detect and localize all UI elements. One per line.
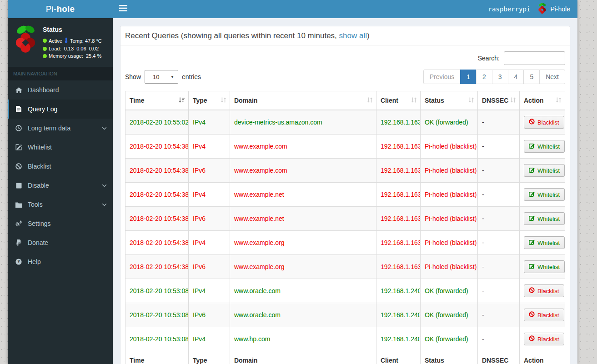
column-header-dnssec[interactable]: DNSSEC xyxy=(478,91,520,110)
cell-domain[interactable]: www.example.org xyxy=(230,255,376,279)
page-button-next[interactable]: Next xyxy=(539,70,565,84)
cell-type[interactable]: IPv6 xyxy=(189,159,230,183)
column-header-type[interactable]: Type xyxy=(189,91,230,110)
cell-action: Blacklist xyxy=(520,303,565,327)
cell-type[interactable]: IPv4 xyxy=(189,183,230,207)
page-button-5[interactable]: 5 xyxy=(523,70,540,84)
edit-icon xyxy=(529,215,535,222)
sidebar-item-blacklist[interactable]: Blacklist xyxy=(8,157,113,176)
cell-client[interactable]: 192.168.1.240 xyxy=(376,279,421,303)
chevron-down-icon xyxy=(102,203,107,206)
page-button-previous: Previous xyxy=(423,70,461,84)
stop-icon xyxy=(15,183,23,189)
blacklist-button[interactable]: Blacklist xyxy=(524,284,564,297)
sidebar-item-tools[interactable]: Tools xyxy=(8,195,113,214)
sort-desc-icon xyxy=(178,97,185,104)
sidebar-toggle-button[interactable] xyxy=(113,0,134,18)
cell-domain[interactable]: www.oracle.com xyxy=(230,279,376,303)
cell-type[interactable]: IPv4 xyxy=(189,327,230,351)
cell-type[interactable]: IPv6 xyxy=(189,207,230,231)
action-button-label: Whitelist xyxy=(537,264,560,270)
column-header-action[interactable]: Action xyxy=(520,91,565,110)
cell-domain[interactable]: www.oracle.com xyxy=(230,303,376,327)
column-header-time[interactable]: Time xyxy=(125,91,189,110)
search-input[interactable] xyxy=(504,51,565,65)
sidebar-item-settings[interactable]: Settings xyxy=(8,214,113,233)
cell-type[interactable]: IPv4 xyxy=(189,231,230,255)
ban-icon xyxy=(529,311,535,319)
page-button-3[interactable]: 3 xyxy=(492,70,508,84)
table-row: 2018-02-20 10:54:38IPv4www.example.org19… xyxy=(125,231,565,255)
pagination-top: Previous12345Next xyxy=(423,70,565,84)
page-button-4[interactable]: 4 xyxy=(508,70,524,84)
action-button-label: Whitelist xyxy=(537,167,560,174)
sidebar-item-donate[interactable]: Donate xyxy=(8,233,113,252)
column-footer-action: Action xyxy=(520,351,565,364)
cell-domain[interactable]: www.example.com xyxy=(230,159,376,183)
column-header-domain[interactable]: Domain xyxy=(230,91,376,110)
cell-time: 2018-02-20 10:53:08 xyxy=(125,327,189,351)
column-footer-time: Time xyxy=(125,351,189,364)
cell-domain[interactable]: www.example.net xyxy=(230,183,376,207)
sidebar-item-help[interactable]: ?Help xyxy=(8,252,113,271)
entries-selected-value: 10 xyxy=(153,74,159,80)
whitelist-button[interactable]: Whitelist xyxy=(524,260,565,273)
sidebar-logo[interactable]: Pi-hole xyxy=(8,0,113,18)
blacklist-button[interactable]: Blacklist xyxy=(524,333,564,345)
blacklist-button[interactable]: Blacklist xyxy=(524,309,564,321)
cell-type[interactable]: IPv6 xyxy=(189,303,230,327)
cell-type[interactable]: IPv4 xyxy=(189,110,230,135)
cell-client[interactable]: 192.168.1.163 xyxy=(376,255,421,279)
cell-client[interactable]: 192.168.1.240 xyxy=(376,303,421,327)
whitelist-button[interactable]: Whitelist xyxy=(524,164,565,177)
column-header-status[interactable]: Status xyxy=(421,91,478,110)
page-button-1[interactable]: 1 xyxy=(460,70,477,84)
entries-select[interactable]: 10 ▼ xyxy=(145,70,178,84)
cell-client[interactable]: 192.168.1.163 xyxy=(376,231,421,255)
cell-domain[interactable]: www.example.net xyxy=(230,207,376,231)
sidebar-item-disable[interactable]: Disable xyxy=(8,176,113,195)
cell-client[interactable]: 192.168.1.163 xyxy=(376,207,421,231)
ban-icon xyxy=(529,287,535,294)
column-header-client[interactable]: Client xyxy=(376,91,421,110)
sidebar-item-long-term-data[interactable]: Long term data xyxy=(8,119,113,138)
cell-dnssec: - xyxy=(478,135,520,159)
whitelist-button[interactable]: Whitelist xyxy=(524,236,565,249)
cell-time: 2018-02-20 10:55:02 xyxy=(125,110,189,135)
sidebar-item-query-log[interactable]: Query Log xyxy=(8,100,113,119)
cell-domain[interactable]: www.hp.com xyxy=(230,327,376,351)
page-button-2[interactable]: 2 xyxy=(476,70,492,84)
cell-domain[interactable]: device-metrics-us.amazon.com xyxy=(230,110,376,135)
sidebar-item-whitelist[interactable]: Whitelist xyxy=(8,138,113,157)
whitelist-button[interactable]: Whitelist xyxy=(524,212,565,225)
whitelist-button[interactable]: Whitelist xyxy=(524,188,565,201)
edit-icon xyxy=(529,167,535,174)
column-label: Type xyxy=(193,97,207,104)
cell-client[interactable]: 192.168.1.240 xyxy=(376,327,421,351)
sidebar-item-dashboard[interactable]: Dashboard xyxy=(8,80,113,100)
cell-client[interactable]: 192.168.1.163 xyxy=(376,183,421,207)
cell-action: Whitelist xyxy=(520,159,565,183)
navbar-pihole-link[interactable]: Pi-hole xyxy=(537,3,570,15)
cell-type[interactable]: IPv4 xyxy=(189,135,230,159)
action-button-label: Blacklist xyxy=(537,288,559,294)
cell-action: Blacklist xyxy=(520,327,565,351)
cell-client[interactable]: 192.168.1.163 xyxy=(376,135,421,159)
cell-type[interactable]: IPv4 xyxy=(189,279,230,303)
cell-domain[interactable]: www.example.com xyxy=(230,135,376,159)
cell-type[interactable]: IPv6 xyxy=(189,255,230,279)
sort-icon xyxy=(556,97,562,104)
show-all-link[interactable]: show all xyxy=(339,31,367,40)
whitelist-button[interactable]: Whitelist xyxy=(524,140,565,153)
select-caret-icon: ▼ xyxy=(171,75,174,79)
cell-client[interactable]: 192.168.1.163 xyxy=(376,159,421,183)
blacklist-button[interactable]: Blacklist xyxy=(524,116,564,129)
box-body: Search: Show 10 ▼ entries Previous12 xyxy=(120,46,570,364)
cell-domain[interactable]: www.example.org xyxy=(230,231,376,255)
action-button-label: Blacklist xyxy=(537,336,559,343)
question-icon: ? xyxy=(15,259,23,265)
cell-client[interactable]: 192.168.1.163 xyxy=(376,110,421,135)
brand-label: Pi-hole xyxy=(550,5,570,13)
box-title: Recent Queries (showing all queries with… xyxy=(125,31,339,40)
cell-time: 2018-02-20 10:54:38 xyxy=(125,231,189,255)
